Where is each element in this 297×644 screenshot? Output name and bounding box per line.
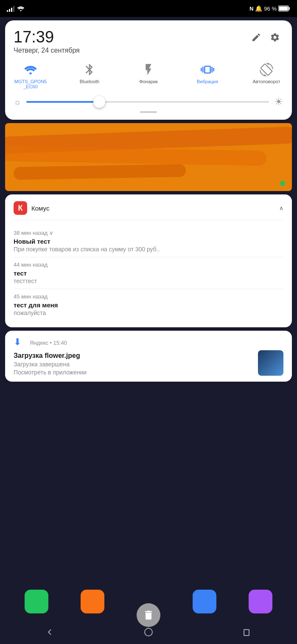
qs-tiles: MGTS_GPON5_EC60 Bluetooth Фонарик Вибрац… [14, 63, 283, 89]
yandex-text: Загрузка flower.jpeg Загрузка завершена … [14, 352, 283, 376]
settings-button[interactable] [266, 29, 283, 46]
yandex-title: Загрузка flower.jpeg [14, 352, 283, 360]
wifi-tile[interactable]: MGTS_GPON5_EC60 [14, 63, 48, 89]
notif-time-3: 45 мин назад [14, 293, 283, 300]
yandex-notif-header: ⬇ Яндекс • 15:40 [14, 337, 283, 349]
komus-notif-item-3[interactable]: 45 мин назад тест для меня пожалуйста [14, 289, 283, 321]
qs-time: 17:39 [14, 29, 80, 45]
yandex-body: Загрузка завершена [14, 361, 283, 368]
vibration-tile-label: Вибрация [197, 79, 218, 84]
recents-button[interactable] [234, 624, 261, 641]
redacted-inner [14, 164, 186, 180]
app-icon-3[interactable] [193, 590, 216, 613]
svg-rect-1 [289, 7, 290, 10]
silent-icon: 🔔 [255, 5, 262, 12]
komus-app-icon: К [14, 201, 27, 215]
nfc-icon: N [249, 6, 253, 12]
app-icon-2[interactable] [81, 590, 104, 613]
flashlight-tile[interactable]: Фонарик [132, 63, 165, 89]
drag-handle [14, 111, 283, 113]
notif-title-1: Новый тест [14, 238, 283, 245]
qs-date: Четверг, 24 сентября [14, 47, 80, 54]
notif-time-2: 44 мин назад [14, 262, 283, 268]
battery-percent: 96 % [264, 6, 277, 12]
bluetooth-tile[interactable]: Bluetooth [73, 63, 106, 89]
status-right: N 🔔 96 % [249, 5, 290, 12]
yandex-notification-card[interactable]: ⬇ Яндекс • 15:40 Загрузка flower.jpeg За… [5, 331, 292, 382]
qs-datetime: 17:39 Четверг, 24 сентября [14, 29, 80, 54]
signal-icon [7, 5, 14, 12]
brightness-max-icon: ☀ [274, 96, 283, 108]
yandex-app-info: Яндекс • 15:40 [30, 340, 67, 346]
battery-icon [278, 6, 290, 11]
yandex-thumbnail [258, 350, 283, 376]
notif-body-1: При покупке товаров из списка на сумму о… [14, 246, 283, 253]
svg-rect-2 [279, 7, 288, 11]
vibration-tile[interactable]: Вибрация [191, 63, 224, 89]
komus-icon-letter: К [18, 204, 23, 213]
download-icon: ⬇ [14, 337, 25, 349]
komus-notif-header: К Комус ∧ [14, 201, 283, 220]
flashlight-tile-label: Фонарик [139, 79, 158, 84]
notif-body-3: пожалуйста [14, 309, 283, 316]
brightness-slider[interactable] [26, 101, 269, 103]
notif-title-3: тест для меня [14, 301, 283, 309]
brightness-row: ☼ ☀ [14, 96, 283, 108]
svg-rect-4 [244, 630, 249, 636]
bluetooth-tile-label: Bluetooth [80, 79, 99, 84]
app-icon-4[interactable] [249, 590, 272, 613]
wifi-status-icon [17, 6, 25, 11]
qs-action-icons [248, 29, 283, 46]
svg-point-3 [145, 628, 152, 636]
yandex-content: Загрузка flower.jpeg Загрузка завершена … [14, 352, 283, 376]
edit-button[interactable] [248, 29, 265, 46]
green-status-dot [280, 181, 285, 186]
brightness-thumb[interactable] [93, 96, 105, 108]
komus-app-name: Комус [31, 205, 275, 212]
komus-expand-chevron[interactable]: ∧ [279, 205, 283, 211]
brightness-fill [26, 101, 99, 103]
back-button[interactable] [36, 624, 63, 641]
qs-header: 17:39 Четверг, 24 сентября [14, 29, 283, 54]
delete-button[interactable] [137, 603, 160, 627]
brightness-min-icon: ☼ [14, 97, 21, 107]
notif-time-1: 38 мин назад ∨ [14, 230, 283, 236]
komus-notif-item-2[interactable]: 44 мин назад тест тесттест [14, 257, 283, 289]
komus-notification-card[interactable]: К Комус ∧ 38 мин назад ∨ Новый тест При … [5, 194, 292, 327]
status-bar: N 🔔 96 % [0, 0, 297, 17]
notif-body-2: тесттест [14, 278, 283, 284]
komus-notif-item-1[interactable]: 38 мин назад ∨ Новый тест При покупке то… [14, 225, 283, 257]
quick-settings-panel: 17:39 Четверг, 24 сентября [5, 20, 292, 120]
status-left [7, 5, 25, 12]
yandex-action[interactable]: Посмотреть в приложении [14, 369, 283, 376]
autorotate-tile[interactable]: Автоповорот [249, 63, 283, 89]
wifi-tile-label: MGTS_GPON5_EC60 [14, 79, 47, 89]
redacted-area [5, 123, 292, 191]
notif-title-2: тест [14, 270, 283, 277]
autorotate-tile-label: Автоповорот [253, 79, 280, 84]
drag-handle-bar [140, 111, 157, 113]
app-icon-1[interactable] [25, 590, 48, 613]
